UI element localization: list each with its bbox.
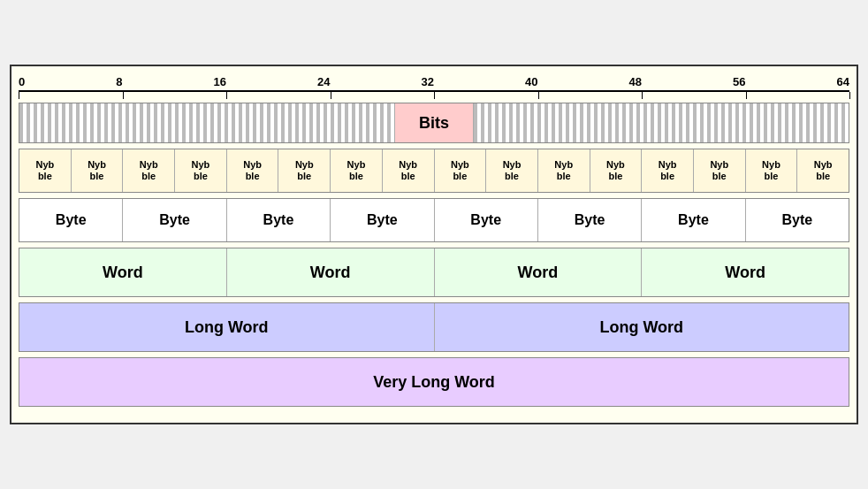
nybble-cell-10: Nybble <box>538 149 590 192</box>
ruler-label-8: 8 <box>116 75 122 88</box>
ruler-label-40: 40 <box>525 75 537 88</box>
ruler-label-24: 24 <box>317 75 330 88</box>
nybble-cell-14: Nybble <box>746 149 798 192</box>
ruler-label-56: 56 <box>733 75 745 88</box>
byte-cell-7: Byte <box>746 199 849 241</box>
ruler: 0 8 16 24 32 40 48 56 64 <box>19 75 849 101</box>
nybble-cell-5: Nybble <box>278 149 331 192</box>
nybble-cell-6: Nybble <box>331 149 383 192</box>
nybble-cell-4: Nybble <box>227 149 279 192</box>
nybble-row: NybbleNybbleNybbleNybbleNybbleNybbleNybb… <box>19 149 849 193</box>
nybble-cell-2: Nybble <box>123 149 175 192</box>
longword-cell-1: Long Word <box>435 303 849 351</box>
word-cell-0: Word <box>19 248 227 296</box>
nybble-cell-12: Nybble <box>642 149 694 192</box>
byte-cell-3: Byte <box>331 199 434 241</box>
nybble-cell-11: Nybble <box>590 149 643 192</box>
longword-cell-0: Long Word <box>19 303 435 351</box>
nybble-cell-8: Nybble <box>435 149 487 192</box>
vlongword-row: Very Long Word <box>19 357 849 407</box>
word-cell-3: Word <box>642 248 849 296</box>
byte-row: ByteByteByteByteByteByteByteByte <box>19 198 849 242</box>
word-row: WordWordWordWord <box>19 248 849 297</box>
ruler-bar <box>19 90 849 101</box>
ruler-label-32: 32 <box>422 75 434 88</box>
nybble-cell-9: Nybble <box>486 149 538 192</box>
byte-cell-0: Byte <box>19 199 123 241</box>
nybble-cell-0: Nybble <box>19 149 72 192</box>
nybble-cell-13: Nybble <box>694 149 746 192</box>
diagram-container: 0 8 16 24 32 40 48 56 64 Bits <box>10 65 858 424</box>
byte-cell-5: Byte <box>538 199 642 241</box>
vlongword-cell: Very Long Word <box>19 358 849 406</box>
bits-stripe-right <box>474 103 849 142</box>
byte-cell-4: Byte <box>435 199 538 241</box>
nybble-cell-3: Nybble <box>175 149 227 192</box>
byte-cell-1: Byte <box>123 199 226 241</box>
ruler-label-64: 64 <box>837 75 849 88</box>
nybble-cell-1: Nybble <box>72 149 124 192</box>
bits-row: Bits <box>19 103 849 143</box>
longword-row: Long WordLong Word <box>19 302 849 352</box>
word-cell-1: Word <box>227 248 435 296</box>
ruler-label-16: 16 <box>214 75 226 88</box>
nybble-cell-15: Nybble <box>797 149 849 192</box>
ruler-label-0: 0 <box>19 75 25 88</box>
nybble-cell-7: Nybble <box>383 149 435 192</box>
bits-stripe-left <box>19 103 394 142</box>
ruler-label-48: 48 <box>629 75 642 88</box>
word-cell-2: Word <box>435 248 643 296</box>
ruler-numbers: 0 8 16 24 32 40 48 56 64 <box>19 75 849 88</box>
byte-cell-6: Byte <box>642 199 745 241</box>
bits-label: Bits <box>394 103 474 142</box>
byte-cell-2: Byte <box>227 199 331 241</box>
